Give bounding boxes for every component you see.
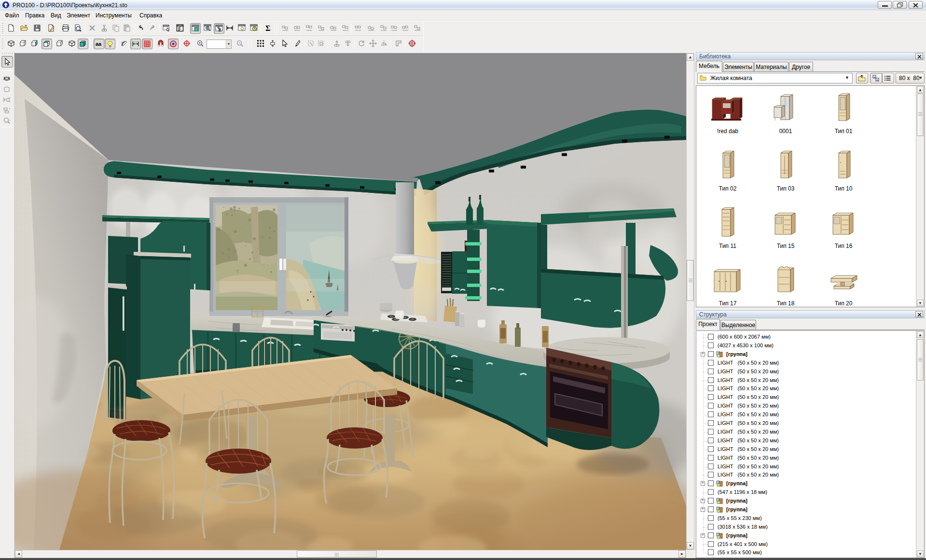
svg-text:Σ: Σ [265,24,270,32]
svg-text:aa: aa [96,41,102,47]
